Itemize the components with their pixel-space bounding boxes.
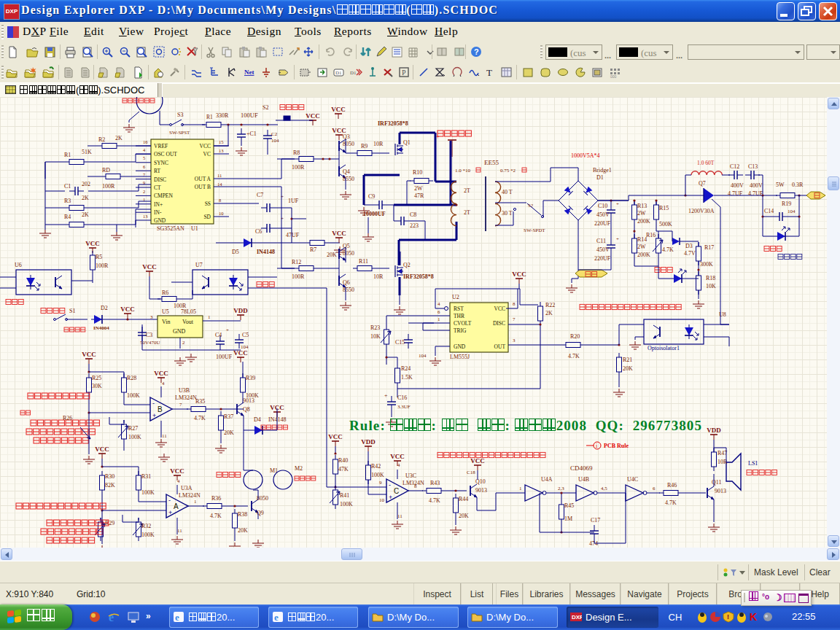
svg-text:0.3R: 0.3R: [792, 182, 804, 188]
svg-text:R25: R25: [92, 375, 101, 381]
svg-text:450V: 450V: [596, 246, 610, 253]
svg-text:4: 4: [438, 301, 440, 307]
svg-text:D1: D1: [335, 70, 342, 76]
svg-text:2K: 2K: [82, 195, 89, 201]
svg-text:100K: 100K: [141, 532, 155, 538]
svg-text:4.7K: 4.7K: [662, 246, 674, 253]
svg-text:DXP: DXP: [572, 614, 582, 621]
svg-text:C: C: [394, 487, 399, 495]
svg-text:GND: GND: [454, 343, 466, 350]
svg-text:Q6: Q6: [343, 279, 350, 286]
svg-text:13: 13: [143, 214, 148, 219]
svg-text:K: K: [750, 611, 757, 623]
svg-text:DISC: DISC: [154, 176, 166, 183]
svg-text:R20: R20: [570, 333, 580, 340]
svg-text:R11: R11: [359, 258, 368, 265]
svg-text:2W: 2W: [637, 210, 646, 217]
svg-text:R3: R3: [64, 198, 71, 204]
svg-text:4: 4: [143, 147, 146, 152]
svg-text:47K: 47K: [338, 466, 349, 472]
svg-text:7: 7: [513, 316, 516, 322]
svg-text:?: ?: [474, 47, 479, 56]
svg-text:D1: D1: [596, 174, 604, 181]
svg-text:4: 4: [162, 381, 165, 386]
svg-text:LM324N: LM324N: [175, 394, 197, 401]
svg-text:TRIG: TRIG: [454, 327, 467, 334]
svg-text:3: 3: [150, 314, 153, 320]
svg-text:U4B: U4B: [578, 476, 589, 483]
svg-text:300K: 300K: [700, 261, 713, 268]
svg-text:Net: Net: [244, 69, 254, 76]
svg-text:4.7K: 4.7K: [568, 353, 580, 359]
svg-text:RT: RT: [154, 168, 161, 174]
svg-text:C5: C5: [242, 332, 249, 338]
svg-text:400V: 400V: [731, 182, 744, 189]
svg-text:R12: R12: [292, 259, 301, 265]
svg-text:+: +: [384, 392, 388, 399]
svg-text:LM324N: LM324N: [179, 492, 201, 499]
svg-text:100K: 100K: [340, 501, 353, 508]
svg-text:VCC: VCC: [95, 446, 109, 453]
svg-text:2,3: 2,3: [558, 486, 564, 491]
svg-text:223: 223: [410, 222, 419, 229]
svg-text:D4: D4: [254, 416, 261, 423]
svg-text:R9: R9: [361, 143, 368, 149]
svg-text:3: 3: [513, 338, 516, 343]
svg-text:C14: C14: [764, 208, 774, 214]
svg-text:D3: D3: [685, 243, 693, 249]
svg-text:R10: R10: [413, 169, 422, 176]
svg-text:3.3UF: 3.3UF: [397, 404, 411, 410]
svg-text:2T: 2T: [464, 209, 470, 216]
svg-text:VDD: VDD: [233, 307, 248, 314]
svg-text:SS: SS: [205, 201, 211, 207]
svg-text:500K: 500K: [659, 221, 672, 228]
svg-text:C10: C10: [598, 203, 607, 209]
svg-text:U3A: U3A: [181, 485, 192, 491]
svg-text:+: +: [152, 412, 156, 419]
svg-text:10: 10: [219, 211, 224, 216]
svg-text:VCC: VCC: [85, 240, 100, 247]
svg-text:Q1: Q1: [403, 139, 411, 146]
svg-text:SW-SPST: SW-SPST: [169, 130, 190, 136]
svg-text:R27: R27: [128, 425, 138, 432]
svg-text:100R: 100R: [96, 262, 109, 269]
svg-text:2T: 2T: [464, 187, 470, 194]
svg-text:11: 11: [397, 513, 402, 519]
svg-text:2K: 2K: [82, 211, 89, 218]
svg-text:000: 000: [610, 74, 617, 79]
svg-text:LM324N: LM324N: [402, 480, 424, 486]
svg-text:VCC: VCC: [331, 106, 346, 113]
svg-text:C15: C15: [395, 339, 405, 346]
svg-text:5: 5: [143, 155, 145, 160]
svg-text:R42: R42: [371, 463, 381, 470]
svg-text:C7: C7: [257, 192, 263, 198]
svg-text:20K: 20K: [327, 252, 337, 258]
svg-text:C17: C17: [591, 517, 600, 524]
svg-text:LS1: LS1: [748, 460, 758, 467]
svg-text:Q10: Q10: [475, 478, 486, 485]
svg-text:1200V30A: 1200V30A: [688, 208, 715, 214]
svg-text:10R: 10R: [373, 141, 384, 147]
svg-text:104: 104: [271, 138, 279, 144]
svg-text:200K: 200K: [637, 218, 650, 225]
svg-text:8550: 8550: [343, 176, 354, 182]
svg-text:R43: R43: [430, 480, 440, 486]
svg-text:1: 1: [208, 314, 211, 320]
svg-text:R22: R22: [545, 302, 555, 308]
svg-text:2K: 2K: [115, 135, 122, 141]
svg-text:8: 8: [513, 301, 516, 307]
svg-text:D2: D2: [101, 305, 108, 311]
svg-text:R39: R39: [246, 375, 255, 381]
svg-text:8550: 8550: [343, 287, 354, 293]
svg-text:R6: R6: [162, 289, 168, 296]
svg-text:51K: 51K: [82, 149, 92, 155]
svg-text:R23: R23: [370, 324, 380, 331]
svg-text:R30: R30: [105, 473, 114, 480]
svg-text:VCC: VCC: [494, 306, 505, 312]
svg-text:7: 7: [179, 402, 182, 408]
svg-text:S1: S1: [69, 308, 75, 314]
svg-text:R36: R36: [211, 495, 221, 502]
svg-text:20K: 20K: [238, 527, 248, 534]
svg-text:IN+: IN+: [154, 201, 163, 208]
svg-text:VCC: VCC: [233, 349, 248, 357]
